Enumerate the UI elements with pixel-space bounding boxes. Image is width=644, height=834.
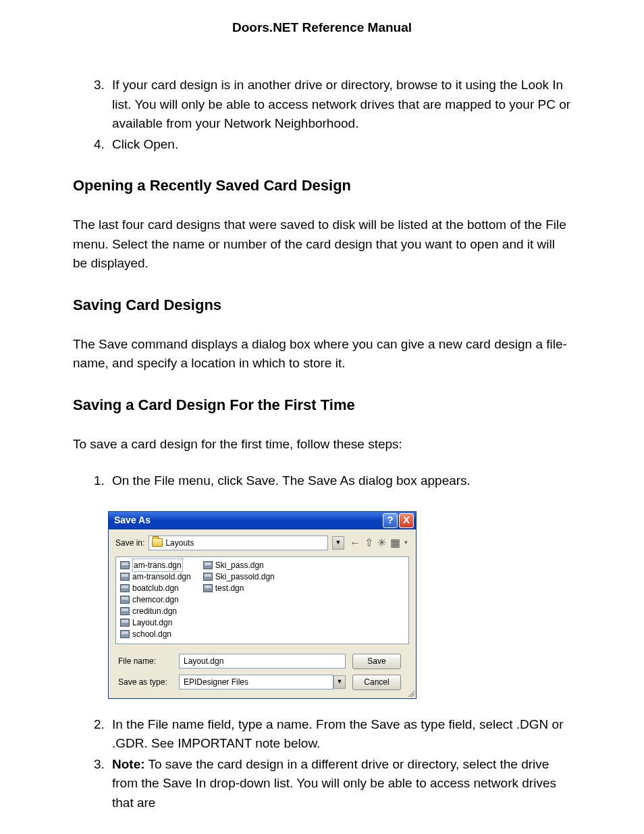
file-item[interactable]: Ski_pass.dgn xyxy=(203,560,280,571)
save-as-type-dropdown-arrow[interactable]: ▼ xyxy=(333,675,346,689)
cancel-button[interactable]: Cancel xyxy=(352,675,401,690)
file-icon xyxy=(203,561,213,569)
save-as-dialog: Save As ? X Save in: Layouts ▼ ← xyxy=(108,511,417,699)
dialog-title: Save As xyxy=(114,513,151,527)
list-item: Click Open. xyxy=(108,135,571,155)
file-icon xyxy=(120,619,130,627)
file-icon xyxy=(120,630,130,638)
file-icon xyxy=(120,561,130,569)
save-in-dropdown-arrow[interactable]: ▼ xyxy=(332,536,344,550)
file-icon xyxy=(120,584,130,592)
heading-opening-recent: Opening a Recently Saved Card Design xyxy=(73,174,571,197)
page-header: Doors.NET Reference Manual xyxy=(0,20,644,35)
file-item[interactable]: boatclub.dgn xyxy=(120,583,196,594)
list-item: On the File menu, click Save. The Save A… xyxy=(108,471,571,491)
instruction-list-1: If your card design is in another drive … xyxy=(73,76,571,154)
resize-grip-icon[interactable] xyxy=(406,689,414,697)
filename-input[interactable]: Layout.dgn xyxy=(179,654,346,669)
dialog-titlebar[interactable]: Save As ? X xyxy=(109,512,416,529)
paragraph: To save a card design for the first time… xyxy=(73,435,571,454)
save-in-value: Layouts xyxy=(165,537,194,549)
views-dropdown-arrow[interactable]: ▾ xyxy=(404,538,408,548)
save-button[interactable]: Save xyxy=(352,654,401,669)
list-item: Note: To save the card design in a diffe… xyxy=(108,755,571,813)
file-item[interactable]: chemcor.dgn xyxy=(120,594,196,606)
file-item[interactable]: am-transold.dgn xyxy=(120,571,196,583)
instruction-list-2: On the File menu, click Save. The Save A… xyxy=(73,471,571,491)
heading-saving-first-time: Saving a Card Design For the First Time xyxy=(73,394,571,416)
close-button[interactable]: X xyxy=(399,513,414,528)
file-item[interactable]: test.dgn xyxy=(203,583,280,594)
save-as-type-label: Save as type: xyxy=(118,676,172,688)
heading-saving-designs: Saving Card Designs xyxy=(73,294,571,316)
file-icon xyxy=(203,573,213,581)
back-icon[interactable]: ← xyxy=(350,535,360,551)
help-button[interactable]: ? xyxy=(383,513,398,528)
instruction-list-2-contd: In the File name field, type a name. Fro… xyxy=(73,715,571,813)
save-as-type-dropdown[interactable]: EPIDesigner Files xyxy=(179,675,333,689)
file-item[interactable]: Ski_passold.dgn xyxy=(203,571,280,583)
file-item[interactable]: school.dgn xyxy=(120,629,196,640)
file-item[interactable]: am-trans.dgn xyxy=(120,560,196,571)
file-item[interactable]: Layout.dgn xyxy=(120,617,196,629)
note-label: Note: xyxy=(112,757,145,771)
views-icon[interactable]: ▦ xyxy=(390,535,400,551)
save-in-label: Save in: xyxy=(115,537,144,549)
file-icon xyxy=(120,607,130,615)
filename-label: File name: xyxy=(118,655,172,667)
folder-icon xyxy=(152,538,163,547)
file-item[interactable]: creditun.dgn xyxy=(120,606,196,617)
list-item: If your card design is in another drive … xyxy=(108,76,571,134)
list-item: In the File name field, type a name. Fro… xyxy=(108,715,571,754)
file-list-area[interactable]: am-trans.dgn am-transold.dgn boatclub.dg… xyxy=(115,556,409,644)
save-in-dropdown[interactable]: Layouts xyxy=(149,536,328,550)
file-icon xyxy=(120,573,130,581)
paragraph: The last four card designs that were sav… xyxy=(73,215,571,273)
file-icon xyxy=(120,596,130,604)
up-one-level-icon[interactable]: ⇧ xyxy=(365,535,373,551)
new-folder-icon[interactable]: ✳ xyxy=(377,535,386,551)
note-text: To save the card design in a different d… xyxy=(112,757,556,810)
file-icon xyxy=(203,584,213,592)
paragraph: The Save command displays a dialog box w… xyxy=(73,335,571,373)
